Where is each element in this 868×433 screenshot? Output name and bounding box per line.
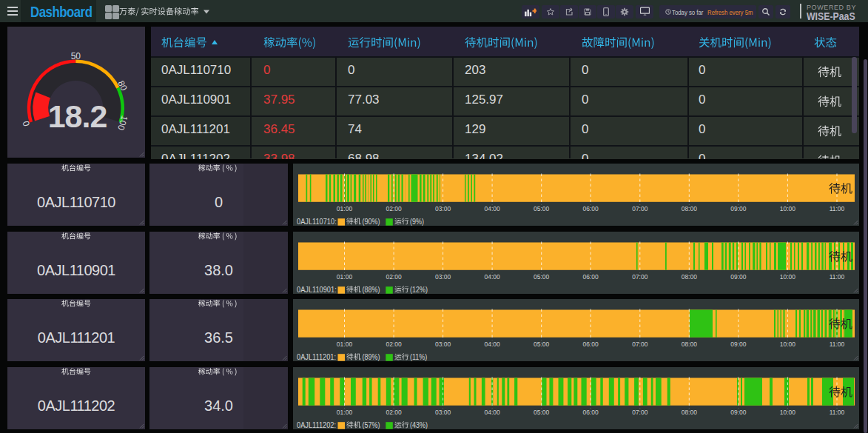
svg-text:08:00: 08:00 xyxy=(682,205,698,212)
svg-text:11:00: 11:00 xyxy=(830,273,845,281)
svg-text:10:00: 10:00 xyxy=(780,205,796,212)
svg-text:04:00: 04:00 xyxy=(484,205,500,212)
svg-text:03:00: 03:00 xyxy=(435,409,451,416)
svg-text:08:00: 08:00 xyxy=(682,273,698,281)
svg-text:06:00: 06:00 xyxy=(583,273,599,281)
svg-text:02:00: 02:00 xyxy=(386,340,402,348)
svg-text:10:00: 10:00 xyxy=(780,273,796,281)
svg-text:03:00: 03:00 xyxy=(435,273,451,281)
svg-text:07:00: 07:00 xyxy=(632,409,648,416)
svg-text:03:00: 03:00 xyxy=(435,205,451,212)
svg-text:06:00: 06:00 xyxy=(583,409,599,416)
svg-text:02:00: 02:00 xyxy=(386,409,402,416)
svg-text:01:00: 01:00 xyxy=(337,340,353,348)
svg-text:10:00: 10:00 xyxy=(780,409,796,416)
svg-text:01:00: 01:00 xyxy=(337,273,353,281)
svg-text:06:00: 06:00 xyxy=(583,205,599,212)
svg-text:09:00: 09:00 xyxy=(730,205,747,212)
svg-text:04:00: 04:00 xyxy=(484,273,500,281)
svg-text:05:00: 05:00 xyxy=(534,273,550,281)
svg-text:09:00: 09:00 xyxy=(730,340,747,348)
svg-text:02:00: 02:00 xyxy=(386,273,402,281)
svg-text:01:00: 01:00 xyxy=(337,409,353,416)
svg-text:11:00: 11:00 xyxy=(830,409,845,416)
svg-text:07:00: 07:00 xyxy=(632,340,648,348)
svg-text:11:00: 11:00 xyxy=(830,205,845,212)
svg-text:07:00: 07:00 xyxy=(632,205,648,212)
svg-text:05:00: 05:00 xyxy=(534,340,550,348)
svg-text:18.2: 18.2 xyxy=(48,98,107,134)
svg-text:07:00: 07:00 xyxy=(632,273,648,281)
svg-text:09:00: 09:00 xyxy=(730,409,747,416)
svg-text:01:00: 01:00 xyxy=(337,205,353,212)
svg-text:04:00: 04:00 xyxy=(484,340,500,348)
svg-text:06:00: 06:00 xyxy=(583,340,599,348)
svg-text:02:00: 02:00 xyxy=(386,205,402,212)
svg-text:05:00: 05:00 xyxy=(534,205,550,212)
svg-text:09:00: 09:00 xyxy=(730,273,747,281)
svg-text:10:00: 10:00 xyxy=(780,340,796,348)
svg-text:03:00: 03:00 xyxy=(435,340,451,348)
svg-text:08:00: 08:00 xyxy=(682,340,698,348)
svg-text:08:00: 08:00 xyxy=(682,409,698,416)
svg-text:04:00: 04:00 xyxy=(484,409,500,416)
svg-text:05:00: 05:00 xyxy=(534,409,550,416)
svg-text:11:00: 11:00 xyxy=(830,340,845,348)
